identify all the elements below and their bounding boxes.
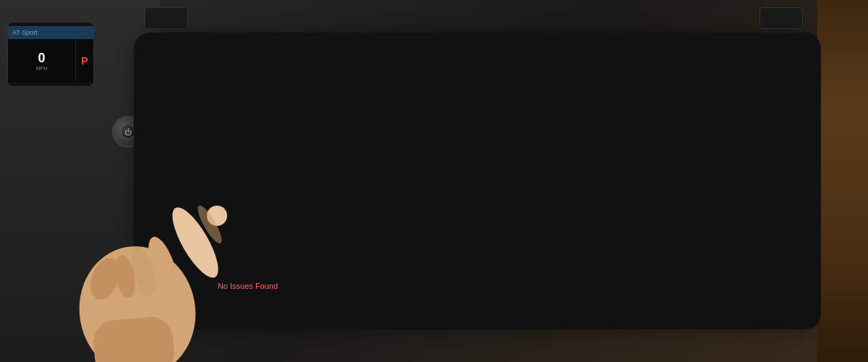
knob-inner: ⏻ [121,125,135,139]
instrument-cluster: AT Sport 0 MPH P [7,22,94,87]
gear-letter: P [81,55,88,67]
speedometer: 0 MPH [8,39,75,83]
gear-indicator: P [75,39,93,83]
issues-text: No Issues Found [201,282,294,290]
speed-unit: MPH [36,66,48,71]
cluster-model: AT Sport [8,26,93,39]
vent-right [760,7,803,29]
vent-left [145,7,188,29]
power-icon: ⏻ [124,128,132,136]
speed-value: 0 [38,51,45,66]
right-wood-trim [817,0,868,362]
